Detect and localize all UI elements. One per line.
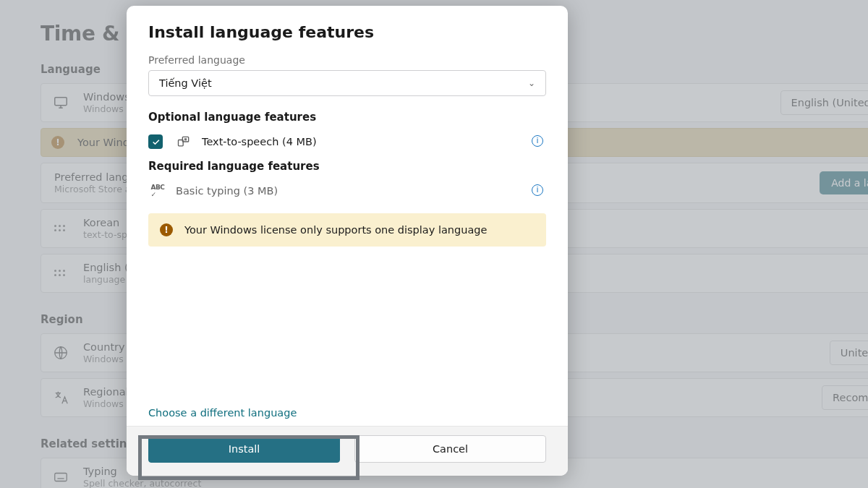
feature-label: Text-to-speech (4 MB)	[202, 136, 317, 147]
warning-text: Your Windows license only supports one d…	[184, 224, 487, 236]
choose-different-language-link[interactable]: Choose a different language	[148, 407, 546, 419]
license-warning-box: ! Your Windows license only supports one…	[148, 213, 546, 247]
info-icon[interactable]: i	[532, 135, 543, 147]
cancel-button[interactable]: Cancel	[354, 435, 546, 463]
feature-label: Basic typing (3 MB)	[176, 185, 278, 197]
preferred-language-label: Preferred language	[148, 54, 546, 66]
preferred-language-value: Tiếng Việt	[159, 77, 212, 89]
warning-icon: !	[160, 223, 173, 236]
checkbox-tts[interactable]	[148, 134, 163, 149]
preferred-language-select[interactable]: Tiếng Việt ⌄	[148, 70, 546, 96]
chevron-down-icon: ⌄	[528, 78, 535, 88]
required-features-heading: Required language features	[148, 160, 546, 173]
install-button[interactable]: Install	[148, 435, 340, 463]
text-to-speech-icon	[176, 134, 192, 150]
basic-typing-icon: ABC✓	[150, 183, 166, 199]
info-icon[interactable]: i	[532, 184, 543, 196]
install-language-dialog: Install language features Preferred lang…	[127, 6, 568, 476]
feature-basic-typing: ABC✓ Basic typing (3 MB) i	[148, 180, 546, 209]
dialog-footer: Install Cancel	[127, 426, 568, 476]
feature-text-to-speech[interactable]: Text-to-speech (4 MB) i	[148, 131, 546, 160]
dialog-title: Install language features	[148, 23, 546, 41]
optional-features-heading: Optional language features	[148, 111, 546, 124]
